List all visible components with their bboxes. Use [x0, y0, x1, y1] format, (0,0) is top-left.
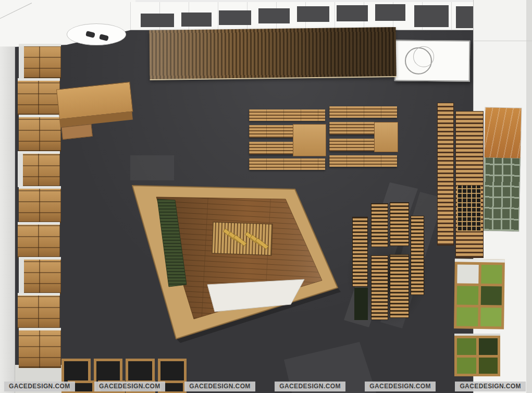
spotlight: [85, 31, 95, 38]
spotlight: [99, 34, 109, 41]
ac-fan-circle-inner: [413, 46, 434, 67]
skylight-panel: [375, 4, 405, 21]
locker-cell: [457, 264, 478, 284]
bookshelf-unit: [18, 78, 60, 115]
platform-center-table: [212, 222, 273, 255]
skylight-panel: [258, 8, 290, 23]
solid-table-top: [374, 122, 398, 152]
poster-photo-grid: [483, 157, 521, 231]
left-wall: [0, 0, 15, 393]
pigeonhole-grid: [457, 186, 481, 231]
slatted-bench: [329, 155, 397, 167]
green-locker-unit-lower: [454, 334, 500, 376]
slatted-bench: [329, 106, 397, 118]
ceiling-light-fixture: [67, 23, 126, 45]
locker-cell: [456, 307, 478, 326]
reading-table-cluster-left: [249, 109, 325, 172]
green-locker-unit-upper: [454, 259, 505, 329]
bookshelf-unit: [18, 293, 60, 329]
bookshelf-unit: [19, 257, 61, 294]
vertical-bench-column: [371, 255, 388, 320]
vertical-bench-column: [390, 202, 409, 246]
vertical-bench-column: [411, 216, 424, 295]
solid-table-top: [293, 124, 326, 156]
locker-cell: [479, 338, 498, 355]
wall-poster: [483, 107, 522, 231]
bookshelf-unit: [19, 186, 61, 223]
skylight-panel: [141, 14, 174, 27]
poster-artwork-top: [484, 107, 521, 158]
watermark: GACEDESIGN.COM: [184, 382, 255, 391]
locker-cell: [480, 286, 502, 305]
watermark: GACEDESIGN.COM: [275, 382, 345, 391]
watermark: GACEDESIGN.COM: [455, 382, 526, 391]
ceiling-skylight-band: [130, 2, 477, 30]
desk-return: [61, 124, 93, 140]
magazine-shelf-strip: [455, 111, 484, 258]
bookshelf-unit: [18, 151, 60, 187]
watermark-row: GACEDESIGN.COM GACEDESIGN.COM GACEDESIGN…: [0, 382, 532, 391]
vertical-bench-column: [390, 254, 409, 318]
magazine-shelf-strip: [437, 103, 454, 245]
watermark: GACEDESIGN.COM: [4, 382, 75, 391]
hanging-slat-panel: [149, 27, 396, 80]
watermark: GACEDESIGN.COM: [94, 382, 165, 391]
skylight-panel: [181, 13, 212, 27]
locker-cell: [481, 265, 502, 284]
reading-table-cluster-right: [329, 106, 397, 170]
locker-cell: [457, 358, 476, 374]
right-wall-edge: [526, 0, 532, 393]
locker-cell: [457, 286, 478, 305]
locker-cell: [480, 308, 502, 327]
dark-bench-cushion: [354, 288, 368, 320]
locker-cell: [479, 358, 498, 374]
watermark: GACEDESIGN.COM: [365, 382, 436, 391]
slatted-bench: [249, 109, 325, 121]
slatted-bench: [249, 158, 325, 170]
interior-render: GACEDESIGN.COM GACEDESIGN.COM GACEDESIGN…: [0, 0, 532, 393]
locker-cell: [457, 338, 476, 355]
bookshelf-unit: [19, 328, 61, 368]
wall-mounted-ac-unit: [394, 40, 471, 81]
display-platform: [132, 186, 341, 343]
bookshelf-unit: [19, 44, 61, 79]
vertical-bench-column: [371, 203, 388, 247]
bookshelf-unit: [18, 222, 60, 258]
bookshelf-unit: [19, 115, 61, 152]
skylight-panel: [219, 10, 251, 25]
skylight-panel: [337, 5, 368, 21]
skylight-panel: [297, 6, 329, 22]
skylight-panel: [414, 5, 449, 27]
reception-desk: [56, 75, 135, 140]
right-wall-topline: [473, 41, 532, 41]
floor-light-patch: [130, 155, 174, 180]
vertical-bench-column: [352, 217, 368, 287]
